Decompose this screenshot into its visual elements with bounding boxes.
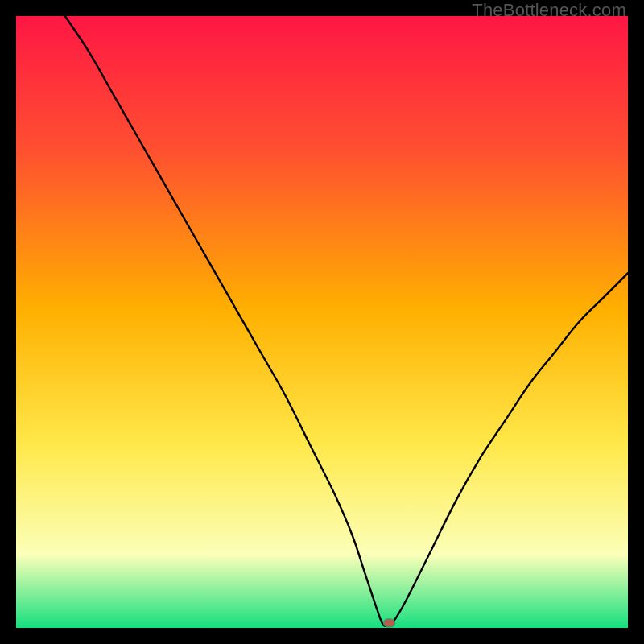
watermark-text: TheBottleneck.com [472, 0, 626, 21]
optimal-point-marker [384, 619, 395, 627]
bottleneck-chart [16, 16, 628, 628]
gradient-background [16, 16, 628, 628]
chart-frame: TheBottleneck.com [0, 0, 644, 644]
plot-area [16, 16, 628, 628]
